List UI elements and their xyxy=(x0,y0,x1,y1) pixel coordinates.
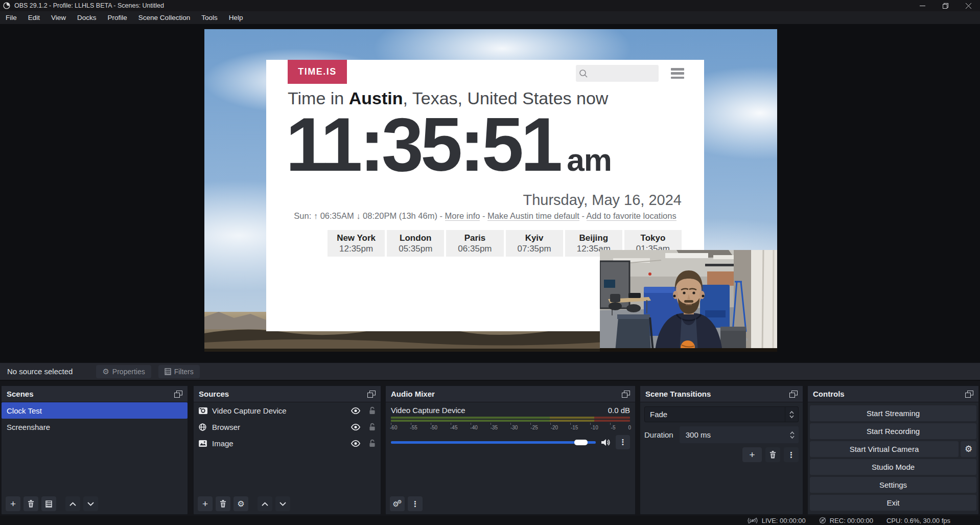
city-box-new-york[interactable]: New York12:35pm xyxy=(328,230,385,257)
webcam-overlay[interactable] xyxy=(600,250,777,352)
menu-profile[interactable]: Profile xyxy=(102,12,133,24)
hamburger-menu-icon[interactable] xyxy=(671,68,684,79)
search-icon xyxy=(579,69,588,78)
more-info-link[interactable]: More info xyxy=(445,211,480,221)
dock-popout-icon[interactable] xyxy=(367,391,376,398)
virtual-camera-settings-button[interactable]: ⚙ xyxy=(961,441,976,457)
scene-item-clock-test[interactable]: Clock Test xyxy=(2,402,188,419)
sun-times: Sun: ↑ 06:35AM ↓ 08:20PM (13h 46m) - xyxy=(294,211,445,220)
title-bar: OBS 29.1.2 - Profile: LLHLS BETA - Scene… xyxy=(0,0,980,11)
close-button[interactable] xyxy=(957,0,980,11)
move-scene-up-button[interactable] xyxy=(65,496,80,511)
obs-logo-icon xyxy=(3,2,10,9)
digital-clock: 11:35:51 am xyxy=(286,107,612,182)
favorite-locations-link[interactable]: Add to favorite locations xyxy=(587,211,676,221)
current-date: Thursday, May 16, 2024 xyxy=(523,192,682,209)
search-input[interactable] xyxy=(576,65,659,82)
remove-scene-button[interactable] xyxy=(24,496,38,511)
add-transition-button[interactable]: + xyxy=(742,447,762,462)
transitions-title: Scene Transitions xyxy=(645,390,711,398)
city-box-london[interactable]: London05:35pm xyxy=(387,230,444,257)
start-streaming-button[interactable]: Start Streaming xyxy=(810,405,976,421)
duration-input[interactable]: 300 ms xyxy=(680,426,799,443)
preview-canvas[interactable]: TIME.IS Time in Austin, Texas, United St… xyxy=(204,29,777,352)
menu-scene-collection[interactable]: Scene Collection xyxy=(133,12,196,24)
camera-icon xyxy=(199,407,212,414)
transition-properties-dots-button[interactable]: ⋮ xyxy=(784,447,799,462)
dock-area: Scenes Clock Test Screenshare + xyxy=(0,381,980,516)
restore-button[interactable] xyxy=(934,0,957,11)
city-box-kyiv[interactable]: Kyiv07:35pm xyxy=(506,230,563,257)
source-item-video-capture[interactable]: Video Capture Device xyxy=(194,402,381,419)
properties-button[interactable]: ⚙ Properties xyxy=(96,365,151,378)
dock-popout-icon[interactable] xyxy=(965,391,973,398)
start-virtual-camera-button[interactable]: Start Virtual Camera xyxy=(810,441,959,457)
settings-button[interactable]: Settings xyxy=(810,477,976,493)
source-toolbar: No source selected ⚙ Properties Filters xyxy=(0,362,980,380)
make-default-link[interactable]: Make Austin time default xyxy=(487,211,579,221)
source-status-text: No source selected xyxy=(7,367,73,376)
remove-source-button[interactable] xyxy=(216,496,230,511)
clock-ampm: am xyxy=(567,142,612,178)
meter-scale: -60-55-50-45-40-35-30-25-20-15-10-50 xyxy=(390,425,631,430)
chevron-updown-icon[interactable] xyxy=(785,407,798,422)
clock-time: 11:35:51 xyxy=(286,107,559,182)
add-source-button[interactable]: + xyxy=(198,496,213,511)
lock-icon[interactable] xyxy=(369,439,376,447)
filter-icon xyxy=(165,368,171,375)
menu-view[interactable]: View xyxy=(45,12,72,24)
timeis-logo[interactable]: TIME.IS xyxy=(288,60,347,84)
source-item-browser[interactable]: Browser xyxy=(194,419,381,435)
move-source-down-button[interactable] xyxy=(275,496,290,511)
scene-item-screenshare[interactable]: Screenshare xyxy=(2,419,188,435)
lock-icon[interactable] xyxy=(369,406,376,415)
add-scene-button[interactable]: + xyxy=(6,496,20,511)
filters-button[interactable]: Filters xyxy=(158,365,200,378)
mixer-options-dots-button[interactable]: ⋮ xyxy=(616,435,630,449)
scene-filters-button[interactable] xyxy=(41,496,56,511)
menu-edit[interactable]: Edit xyxy=(22,12,45,24)
image-icon xyxy=(199,440,212,447)
mixer-menu-dots-button[interactable]: ⋮ xyxy=(408,496,423,511)
move-source-up-button[interactable] xyxy=(258,496,272,511)
volume-slider-handle[interactable] xyxy=(574,440,588,445)
source-item-image[interactable]: Image xyxy=(194,435,381,451)
duration-label: Duration xyxy=(644,430,673,439)
obs-window: OBS 29.1.2 - Profile: LLHLS BETA - Scene… xyxy=(0,0,980,525)
controls-title: Controls xyxy=(813,390,845,398)
start-recording-button[interactable]: Start Recording xyxy=(810,423,976,439)
controls-panel: Controls Start Streaming Start Recording… xyxy=(807,385,979,515)
studio-mode-button[interactable]: Studio Mode xyxy=(810,459,976,475)
volume-meter xyxy=(391,420,630,422)
source-properties-gear-button[interactable]: ⚙ xyxy=(234,496,248,511)
audio-mixer-panel: Audio Mixer Video Capture Device 0.0 dB … xyxy=(385,385,636,515)
menu-docks[interactable]: Docks xyxy=(72,12,102,24)
spinner-arrows-icon[interactable] xyxy=(785,426,799,443)
mixer-channel-name: Video Capture Device xyxy=(391,406,465,415)
mixer-db-value: 0.0 dB xyxy=(608,406,630,415)
menu-tools[interactable]: Tools xyxy=(196,12,223,24)
visibility-eye-icon[interactable] xyxy=(351,424,361,430)
dock-popout-icon[interactable] xyxy=(174,391,182,398)
menu-file[interactable]: File xyxy=(0,12,22,24)
volume-slider[interactable] xyxy=(391,441,596,444)
sources-panel: Sources Video Capture Device xyxy=(193,385,381,515)
exit-button[interactable]: Exit xyxy=(810,495,976,511)
remove-transition-button[interactable] xyxy=(765,447,780,462)
visibility-eye-icon[interactable] xyxy=(351,407,361,414)
status-bar: LIVE: 00:00:00 REC: 00:00:00 CPU: 0.6%, … xyxy=(0,516,980,525)
visibility-eye-icon[interactable] xyxy=(351,440,361,447)
move-scene-down-button[interactable] xyxy=(83,496,98,511)
transition-select[interactable]: Fade xyxy=(644,406,799,422)
advanced-audio-gears-button[interactable]: ⚙⚙ xyxy=(390,496,405,511)
stream-inactive-icon xyxy=(747,517,758,524)
dock-popout-icon[interactable] xyxy=(789,391,798,398)
menu-help[interactable]: Help xyxy=(223,12,249,24)
cpu-fps-stats: CPU: 0.6%, 30.00 fps xyxy=(886,517,950,524)
dock-popout-icon[interactable] xyxy=(622,391,630,398)
city-box-paris[interactable]: Paris06:35pm xyxy=(446,230,503,257)
speaker-icon[interactable] xyxy=(601,439,611,446)
sources-title: Sources xyxy=(199,390,229,398)
minimize-button[interactable] xyxy=(911,0,934,11)
lock-icon[interactable] xyxy=(369,423,376,431)
